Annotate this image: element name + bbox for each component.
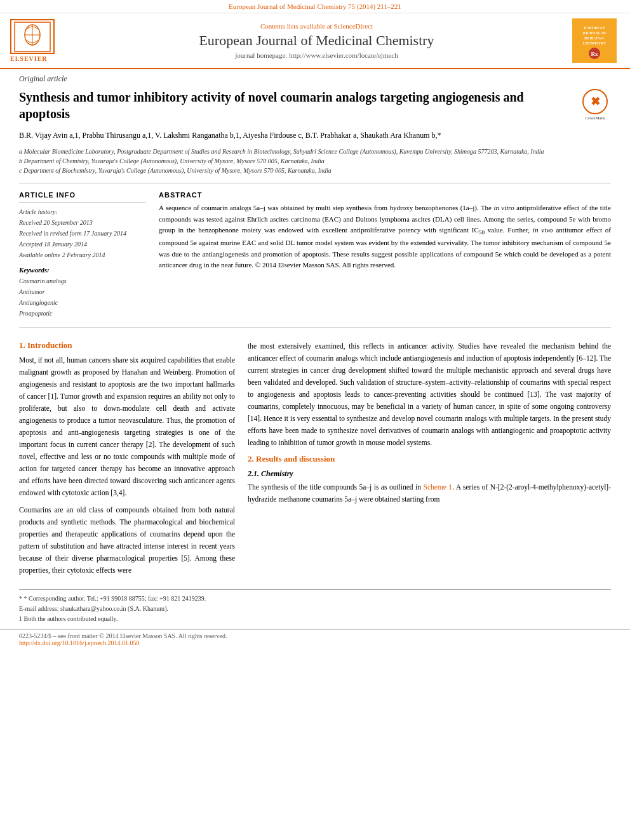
journal-citation-bar: European Journal of Medicinal Chemistry … bbox=[0, 0, 630, 13]
doi-link[interactable]: http://dx.doi.org/10.1016/j.ejmech.2014.… bbox=[19, 639, 140, 646]
affiliation-a: a Molecular Biomedicine Laboratory, Post… bbox=[19, 147, 611, 156]
received-revised-date: Received in revised form 17 January 2014 bbox=[19, 229, 146, 238]
footnotes-section: * * Corresponding author. Tel.: +91 9901… bbox=[19, 589, 611, 624]
crossmark-label: CrossMark bbox=[585, 116, 605, 121]
affiliations: a Molecular Biomedicine Laboratory, Post… bbox=[0, 144, 630, 180]
abstract-heading: ABSTRACT bbox=[159, 191, 611, 199]
footer-doi: http://dx.doi.org/10.1016/j.ejmech.2014.… bbox=[19, 639, 611, 646]
svg-text:EUROPEAN: EUROPEAN bbox=[584, 26, 605, 30]
footer-bar: 0223-5234/$ – see front matter © 2014 El… bbox=[0, 629, 630, 649]
authors-line: B.R. Vijay Avin a,1, Prabhu Thirusangu a… bbox=[0, 127, 630, 144]
affiliation-c: c Department of Biochemistry, Yuvaraja's… bbox=[19, 166, 611, 175]
crossmark-icon: ✖ bbox=[582, 89, 608, 114]
svg-text:JOURNAL OF: JOURNAL OF bbox=[582, 31, 607, 35]
abstract-panel: ABSTRACT A sequence of coumarin analogs … bbox=[159, 191, 611, 319]
info-abstract-section: ARTICLE INFO Article history: Received 2… bbox=[0, 186, 630, 324]
received-date: Received 20 September 2013 bbox=[19, 218, 146, 227]
chemistry-para: The synthesis of the title compounds 5a–… bbox=[248, 481, 611, 505]
keywords-heading: Keywords: bbox=[19, 266, 146, 274]
left-column: 1. Introduction Most, if not all, human … bbox=[19, 340, 235, 581]
article-title-section: Synthesis and tumor inhibitory activity … bbox=[0, 86, 630, 127]
footnote-email: E-mail address: shaukathara@yahoo.co.in … bbox=[19, 604, 611, 614]
accepted-date: Accepted 18 January 2014 bbox=[19, 239, 146, 249]
right-column: the most extensively examined, this refl… bbox=[248, 340, 611, 581]
svg-text:CHEMISTRY: CHEMISTRY bbox=[582, 41, 606, 45]
article-info-panel: ARTICLE INFO Article history: Received 2… bbox=[19, 191, 146, 319]
abstract-text: A sequence of coumarin analogs 5a–j was … bbox=[159, 203, 611, 271]
sciencedirect-line: Contents lists available at ScienceDirec… bbox=[71, 22, 562, 30]
elsevier-label: ELSEVIER bbox=[10, 55, 61, 62]
keywords-section: Keywords: Coumarin analogs Antitumor Ant… bbox=[19, 266, 146, 318]
intro-para2: Coumarins are an old class of compounds … bbox=[19, 504, 235, 577]
sciencedirect-link[interactable]: ScienceDirect bbox=[333, 22, 373, 30]
keyword-1: Coumarin analogs bbox=[19, 276, 146, 286]
section-divider bbox=[19, 183, 611, 183]
chemistry-subheading: 2.1. Chemistry bbox=[248, 469, 611, 479]
article-title: Synthesis and tumor inhibitory activity … bbox=[19, 89, 569, 122]
svg-text:MEDICINAL: MEDICINAL bbox=[584, 36, 605, 40]
available-date: Available online 2 February 2014 bbox=[19, 250, 146, 260]
history-label: Article history: bbox=[19, 207, 146, 217]
introduction-heading: 1. Introduction bbox=[19, 340, 235, 350]
journal-header: ELSEVIER Contents lists available at Sci… bbox=[0, 13, 630, 69]
journal-brand-logo: EUROPEAN JOURNAL OF MEDICINAL CHEMISTRY … bbox=[572, 18, 617, 63]
elsevier-graphic bbox=[10, 19, 55, 54]
article-type: Original article bbox=[0, 69, 630, 86]
footnote-asterisk: * bbox=[19, 595, 24, 602]
intro-para3: the most extensively examined, this refl… bbox=[248, 340, 611, 449]
keyword-4: Proapoptotic bbox=[19, 309, 146, 318]
intro-para1: Most, if not all, human cancers share si… bbox=[19, 354, 235, 499]
crossmark-logo[interactable]: ✖ CrossMark bbox=[579, 89, 611, 121]
journal-center-info: Contents lists available at ScienceDirec… bbox=[71, 22, 562, 59]
elsevier-logo: ELSEVIER bbox=[10, 19, 61, 62]
results-heading: 2. Results and discussion bbox=[248, 454, 611, 464]
info-divider bbox=[19, 203, 146, 203]
footnote-corresponding: * * Corresponding author. Tel.: +91 9901… bbox=[19, 594, 611, 604]
footer-issn: 0223-5234/$ – see front matter © 2014 El… bbox=[19, 632, 611, 639]
journal-citation: European Journal of Medicinal Chemistry … bbox=[229, 3, 401, 10]
content-divider bbox=[19, 327, 611, 328]
scheme1-link[interactable]: Scheme 1 bbox=[423, 483, 452, 491]
article-info-heading: ARTICLE INFO bbox=[19, 191, 146, 199]
authors-text: B.R. Vijay Avin a,1, Prabhu Thirusangu a… bbox=[19, 131, 441, 140]
journal-homepage: journal homepage: http://www.elsevier.co… bbox=[71, 51, 562, 59]
affiliation-b: b Department of Chemistry, Yuvaraja's Co… bbox=[19, 156, 611, 166]
svg-text:Rx: Rx bbox=[591, 51, 598, 57]
footnote-equal: 1 Both the authors contributed equally. bbox=[19, 614, 611, 624]
keyword-3: Antiangiogenic bbox=[19, 298, 146, 307]
journal-logo-right: EUROPEAN JOURNAL OF MEDICINAL CHEMISTRY … bbox=[572, 18, 620, 63]
keyword-2: Antitumor bbox=[19, 287, 146, 297]
main-content: 1. Introduction Most, if not all, human … bbox=[0, 330, 630, 581]
journal-title: European Journal of Medicinal Chemistry bbox=[71, 32, 562, 49]
